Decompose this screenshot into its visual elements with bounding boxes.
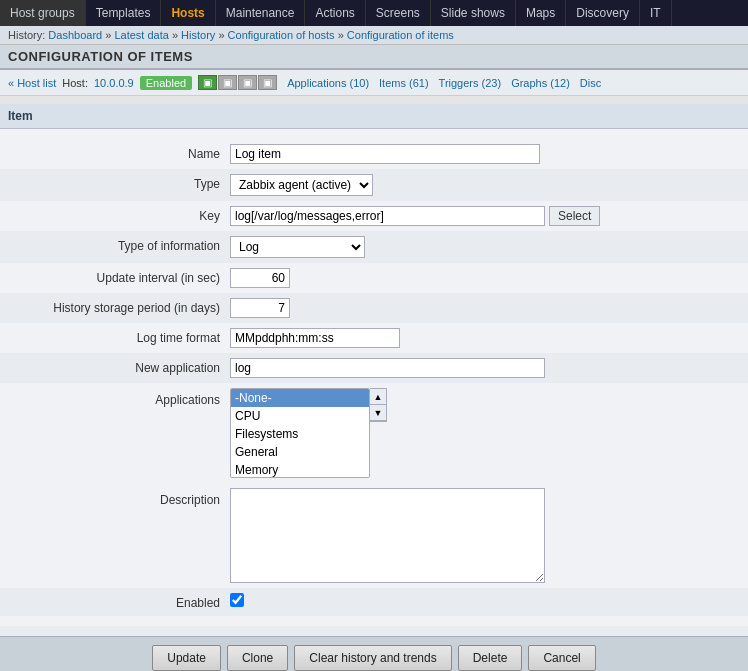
- breadcrumb-config-items[interactable]: Configuration of items: [347, 29, 454, 41]
- update-button[interactable]: Update: [152, 645, 221, 671]
- log-time-label: Log time format: [10, 328, 230, 345]
- enabled-control: [230, 593, 738, 607]
- type-info-control: Numeric (unsigned) Numeric (float) Chara…: [230, 236, 738, 258]
- select-button[interactable]: Select: [549, 206, 600, 226]
- nav-discovery[interactable]: Discovery: [566, 0, 640, 26]
- history-input[interactable]: [230, 298, 290, 318]
- history-row: History storage period (in days): [0, 293, 748, 323]
- history-control: [230, 298, 738, 318]
- type-info-label: Type of information: [10, 236, 230, 253]
- nav-host-groups[interactable]: Host groups: [0, 0, 86, 26]
- history-label: History storage period (in days): [10, 298, 230, 315]
- breadcrumb-dashboard[interactable]: Dashboard: [48, 29, 102, 41]
- breadcrumb-prefix: History:: [8, 29, 48, 41]
- breadcrumb-config-hosts[interactable]: Configuration of hosts: [228, 29, 335, 41]
- host-bar: « Host list Host: 10.0.0.9 Enabled ▣ ▣ ▣…: [0, 70, 748, 96]
- page-title: CONFIGURATION OF ITEMS: [0, 45, 748, 70]
- icon-group: ▣ ▣ ▣ ▣: [198, 75, 277, 90]
- icon-btn-grey3[interactable]: ▣: [258, 75, 277, 90]
- host-ip-link[interactable]: 10.0.0.9: [94, 77, 134, 89]
- icon-btn-grey1[interactable]: ▣: [218, 75, 237, 90]
- bottom-bar: Update Clone Clear history and trends De…: [0, 636, 748, 671]
- scroll-buttons: ▲ ▼: [370, 388, 387, 422]
- enabled-label: Enabled: [10, 593, 230, 610]
- description-row: Description: [0, 483, 748, 588]
- triggers-link[interactable]: Triggers (23): [439, 77, 502, 89]
- nav-it[interactable]: IT: [640, 0, 672, 26]
- form-area: Name Type Zabbix agent Zabbix agent (act…: [0, 129, 748, 626]
- type-label: Type: [10, 174, 230, 191]
- key-label: Key: [10, 206, 230, 223]
- enabled-checkbox[interactable]: [230, 593, 244, 607]
- nav-maps[interactable]: Maps: [516, 0, 566, 26]
- icon-btn-grey2[interactable]: ▣: [238, 75, 257, 90]
- enabled-row: Enabled: [0, 588, 748, 616]
- cancel-button[interactable]: Cancel: [528, 645, 595, 671]
- new-app-input[interactable]: [230, 358, 545, 378]
- applications-label: Applications: [10, 388, 230, 407]
- description-label: Description: [10, 488, 230, 507]
- icon-btn-green[interactable]: ▣: [198, 75, 217, 90]
- description-textarea[interactable]: [230, 488, 545, 583]
- key-control: Select: [230, 206, 738, 226]
- type-select[interactable]: Zabbix agent Zabbix agent (active) SNMP …: [230, 174, 373, 196]
- enabled-badge: Enabled: [140, 76, 192, 90]
- main-content: Item Name Type Zabbix agent Zabbix agent…: [0, 104, 748, 671]
- applications-control: -None- CPU Filesystems General Memory Ne…: [230, 388, 738, 478]
- key-row: Key Select: [0, 201, 748, 231]
- disc-link[interactable]: Disc: [580, 77, 601, 89]
- scroll-down-btn[interactable]: ▼: [370, 405, 386, 421]
- log-time-row: Log time format: [0, 323, 748, 353]
- type-info-select[interactable]: Numeric (unsigned) Numeric (float) Chara…: [230, 236, 365, 258]
- nav-hosts[interactable]: Hosts: [161, 0, 215, 26]
- clone-button[interactable]: Clone: [227, 645, 288, 671]
- section-header: Item: [0, 104, 748, 129]
- name-control: [230, 144, 738, 164]
- scroll-up-btn[interactable]: ▲: [370, 389, 386, 405]
- update-interval-control: [230, 268, 738, 288]
- host-label: Host:: [62, 77, 88, 89]
- name-row: Name: [0, 139, 748, 169]
- host-nav-links: Applications (10) Items (61) Triggers (2…: [287, 77, 601, 89]
- new-app-label: New application: [10, 358, 230, 375]
- type-row: Type Zabbix agent Zabbix agent (active) …: [0, 169, 748, 201]
- type-info-row: Type of information Numeric (unsigned) N…: [0, 231, 748, 263]
- update-interval-label: Update interval (in sec): [10, 268, 230, 285]
- log-time-control: [230, 328, 738, 348]
- nav-templates[interactable]: Templates: [86, 0, 162, 26]
- nav-maintenance[interactable]: Maintenance: [216, 0, 306, 26]
- name-label: Name: [10, 144, 230, 161]
- update-interval-row: Update interval (in sec): [0, 263, 748, 293]
- graphs-link[interactable]: Graphs (12): [511, 77, 570, 89]
- applications-link[interactable]: Applications (10): [287, 77, 369, 89]
- breadcrumb-latest-data[interactable]: Latest data: [114, 29, 168, 41]
- applications-row: Applications -None- CPU Filesystems Gene…: [0, 383, 748, 483]
- items-link[interactable]: Items (61): [379, 77, 429, 89]
- new-app-row: New application: [0, 353, 748, 383]
- new-app-control: [230, 358, 738, 378]
- breadcrumb-history[interactable]: History: [181, 29, 215, 41]
- description-control: [230, 488, 738, 583]
- update-interval-input[interactable]: [230, 268, 290, 288]
- type-control: Zabbix agent Zabbix agent (active) SNMP …: [230, 174, 738, 196]
- nav-actions[interactable]: Actions: [305, 0, 365, 26]
- breadcrumb: History: Dashboard » Latest data » Histo…: [0, 26, 748, 45]
- applications-listbox[interactable]: -None- CPU Filesystems General Memory Ne…: [230, 388, 370, 478]
- nav-slide-shows[interactable]: Slide shows: [431, 0, 516, 26]
- log-time-input[interactable]: [230, 328, 400, 348]
- name-input[interactable]: [230, 144, 540, 164]
- key-input[interactable]: [230, 206, 545, 226]
- host-list-link[interactable]: « Host list: [8, 77, 56, 89]
- clear-history-button[interactable]: Clear history and trends: [294, 645, 451, 671]
- top-navigation: Host groups Templates Hosts Maintenance …: [0, 0, 748, 26]
- delete-button[interactable]: Delete: [458, 645, 523, 671]
- nav-screens[interactable]: Screens: [366, 0, 431, 26]
